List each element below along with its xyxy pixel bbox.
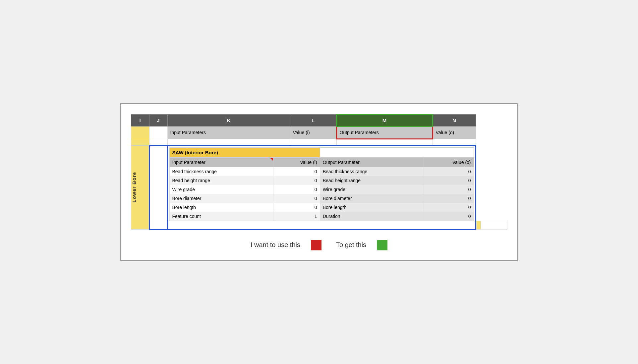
cell-k-blank xyxy=(167,139,290,145)
cell-value-i-label: Value (i) xyxy=(290,126,336,139)
cell-n-blank xyxy=(433,139,476,145)
input-feature-count: Feature count xyxy=(169,212,273,221)
inner-title-cell: SAW (Interior Bore) xyxy=(169,147,320,157)
col-header-N: N xyxy=(433,114,476,126)
input-bore-diameter: Bore diameter xyxy=(169,194,273,203)
legend-text1: I want to use this xyxy=(251,241,300,249)
col-header-L: L xyxy=(290,114,336,126)
cell-i-bottom xyxy=(476,221,481,229)
cell-l-blank xyxy=(290,139,336,145)
cell-i-header xyxy=(131,126,149,139)
inner-table-container: SAW (Interior Bore) Input Parameter xyxy=(167,145,476,229)
input-bead-height-value: 0 xyxy=(273,176,320,185)
output-wire-grade: Wire grade xyxy=(320,185,424,194)
col-header-J: J xyxy=(149,114,167,126)
inner-col-headers-row: Input Parameter Value (i) Output Paramet… xyxy=(169,157,474,167)
output-bead-height: Bead height range xyxy=(320,176,424,185)
table-row: Bore diameter 0 Bore diameter xyxy=(169,194,474,203)
cell-input-parameters-label: Input Parameters xyxy=(167,126,290,139)
input-feature-count-value: 1 xyxy=(273,212,320,221)
input-bead-height: Bead height range xyxy=(169,176,273,185)
output-bore-diameter: Bore diameter xyxy=(320,194,424,203)
cell-j-blank xyxy=(149,139,167,145)
output-bore-diameter-value: 0 xyxy=(424,194,474,203)
inner-header-value-i: Value (i) xyxy=(273,157,320,167)
input-bore-diameter-value: 0 xyxy=(273,194,320,203)
table-row: Bead height range 0 Bead height range xyxy=(169,176,474,185)
cell-i-blank xyxy=(131,139,149,145)
table-row: Bore length 0 Bore length xyxy=(169,203,474,212)
lower-bore-cell: Lower Bore xyxy=(131,145,149,229)
input-bore-length: Bore length xyxy=(169,203,273,212)
inner-header-input-param: Input Parameter xyxy=(169,157,273,167)
col-header-I: I xyxy=(131,114,149,126)
cell-output-parameters-label: Output Parameters xyxy=(336,126,433,139)
cell-value-o-label: Value (o) xyxy=(433,126,476,139)
output-bead-thickness-value: 0 xyxy=(424,167,474,176)
output-bore-length: Bore length xyxy=(320,203,424,212)
input-bead-thickness-value: 0 xyxy=(273,167,320,176)
legend-green-box xyxy=(377,240,387,250)
legend-area: I want to use this To get this xyxy=(131,240,507,250)
cell-bottom-empty xyxy=(481,221,507,229)
input-wire-grade: Wire grade xyxy=(169,185,273,194)
input-bead-thickness: Bead thickness range xyxy=(169,167,273,176)
inner-title-empty xyxy=(320,147,474,157)
inner-header-value-o: Value (o) xyxy=(424,157,474,167)
cell-m-blank xyxy=(336,139,433,145)
table-row: Bead thickness range 0 Bead thickness ra… xyxy=(169,167,474,176)
cell-j-header xyxy=(149,126,167,139)
output-duration-value: 0 xyxy=(424,212,474,221)
cell-j-inner xyxy=(149,145,167,229)
output-duration: Duration xyxy=(320,212,424,221)
table-row: Feature count 1 Duration 0 xyxy=(169,212,474,221)
input-wire-grade-value: 0 xyxy=(273,185,320,194)
inner-header-output-param: Output Parameter xyxy=(320,157,424,167)
table-row: Wire grade 0 Wire grade 0 xyxy=(169,185,474,194)
legend-red-box xyxy=(311,240,321,250)
output-bore-length-value: 0 xyxy=(424,203,474,212)
output-bead-height-value: 0 xyxy=(424,176,474,185)
input-bore-length-value: 0 xyxy=(273,203,320,212)
col-header-K: K xyxy=(167,114,290,126)
col-header-M: M xyxy=(336,114,433,126)
inner-title-row: SAW (Interior Bore) xyxy=(169,147,474,157)
output-bead-thickness: Bead thickness range xyxy=(320,167,424,176)
output-wire-grade-value: 0 xyxy=(424,185,474,194)
legend-text2: To get this xyxy=(336,241,366,249)
